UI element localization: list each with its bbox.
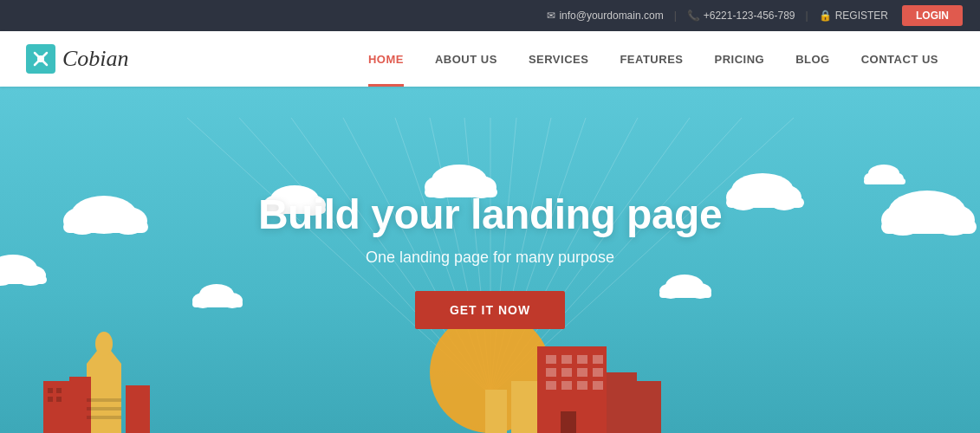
svg-rect-56	[69, 377, 91, 433]
svg-rect-82	[485, 390, 507, 433]
svg-rect-75	[561, 381, 572, 390]
svg-rect-59	[56, 388, 62, 393]
nav-home[interactable]: HOME	[353, 31, 419, 87]
svg-rect-70	[546, 368, 556, 377]
svg-rect-81	[511, 381, 537, 433]
divider-1: |	[674, 10, 677, 22]
nav-blog[interactable]: BLOG	[780, 31, 846, 87]
svg-rect-64	[87, 416, 121, 419]
svg-point-54	[95, 332, 113, 356]
svg-rect-73	[593, 368, 603, 377]
logo-text: Cobian	[62, 46, 129, 72]
lock-icon: 🔒	[819, 10, 832, 22]
svg-rect-66	[546, 355, 556, 364]
phone-number: +6221-123-456-789	[704, 10, 795, 22]
nav-links: HOME ABOUT US SERVICES FEATURES PRICING …	[353, 31, 954, 87]
svg-rect-79	[607, 372, 637, 433]
svg-rect-60	[48, 397, 53, 402]
svg-rect-76	[577, 381, 587, 390]
email-icon: ✉	[547, 10, 555, 22]
hero-subtitle: One landing page for many purpose	[258, 249, 722, 267]
buildings	[0, 294, 980, 433]
register-label: REGISTER	[835, 10, 888, 22]
divider-2: |	[806, 10, 808, 22]
top-bar: ✉ info@yourdomain.com | 📞 +6221-123-456-…	[0, 0, 980, 31]
nav-features[interactable]: FEATURES	[604, 31, 698, 87]
nav-about[interactable]: ABOUT US	[419, 31, 513, 87]
svg-rect-72	[577, 368, 587, 377]
nav-pricing[interactable]: PRICING	[699, 31, 781, 87]
phone-info: 📞 +6221-123-456-789	[687, 10, 795, 22]
svg-rect-63	[87, 407, 121, 410]
email-info: ✉ info@yourdomain.com	[547, 10, 663, 22]
svg-rect-61	[56, 397, 62, 402]
hero-title: Build your landing page	[258, 191, 722, 238]
navbar: Cobian HOME ABOUT US SERVICES FEATURES P…	[0, 31, 980, 87]
nav-services[interactable]: SERVICES	[513, 31, 605, 87]
svg-rect-67	[561, 355, 572, 364]
nav-contact[interactable]: CONTACT US	[846, 31, 954, 87]
svg-rect-68	[577, 355, 587, 364]
logo-icon	[26, 44, 55, 74]
svg-rect-71	[561, 368, 572, 377]
svg-rect-77	[593, 381, 603, 390]
svg-rect-62	[87, 398, 121, 402]
logo: Cobian	[26, 44, 129, 74]
register-button[interactable]: 🔒 REGISTER	[819, 10, 888, 22]
svg-rect-69	[593, 355, 603, 364]
login-button[interactable]: LOGIN	[902, 5, 963, 26]
phone-icon: 📞	[687, 10, 700, 22]
hero-section: Build your landing page One landing page…	[0, 87, 980, 433]
svg-rect-80	[637, 381, 661, 433]
svg-rect-58	[48, 388, 53, 393]
svg-rect-57	[126, 385, 150, 433]
email-address: info@yourdomain.com	[559, 10, 663, 22]
svg-rect-74	[546, 381, 556, 390]
svg-rect-78	[561, 411, 576, 433]
